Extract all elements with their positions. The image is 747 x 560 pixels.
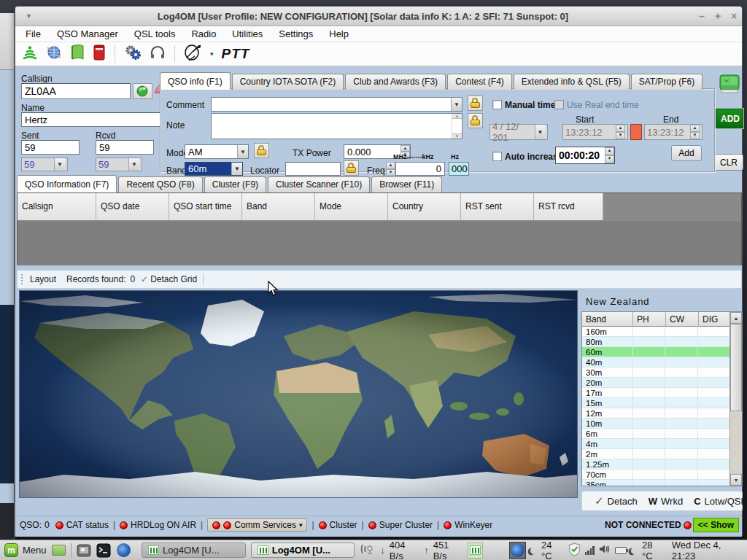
detach-check-icon[interactable]: ✓ [141,274,148,284]
freq-spinner[interactable]: ▲▼ [386,162,395,176]
chevron-down-icon[interactable]: ▼ [451,98,462,111]
chevron-down-icon[interactable]: ▼ [128,158,139,171]
time-sync-button[interactable] [630,124,642,140]
band-col-dig[interactable]: DIG [699,312,731,327]
show-button[interactable]: << Show [693,518,739,532]
auto-increase-time-input[interactable]: 00:00:20 ▲▼ [555,147,615,164]
tab-info-3[interactable]: Cluster (F9) [204,176,266,192]
drag-grip-icon[interactable] [20,273,24,286]
callsign-lookup-button[interactable] [133,83,152,99]
status-cat-status[interactable]: CAT status [55,520,109,530]
comment-lock-icon[interactable] [468,96,483,111]
ptt-dropdown-caret-icon[interactable]: ▾ [210,50,214,58]
add-small-button[interactable]: Add [671,145,702,161]
scroll-down-icon[interactable]: ▼ [452,133,462,139]
network-monitor-icon[interactable] [360,543,376,557]
tab-qso-3[interactable]: Club and Awards (F3) [345,74,446,90]
layout-button[interactable]: Layout [30,274,56,284]
menu-button[interactable]: m Menu [4,543,47,557]
grid-column-rst-sent[interactable]: RST sent [461,193,534,221]
battery-icon[interactable] [615,547,627,554]
qso-grid-body[interactable] [18,221,741,265]
rst-rcvd-select[interactable]: 59▼ [96,158,142,171]
terminal-icon[interactable] [96,542,111,558]
tab-qso-4[interactable]: Contest (F4) [447,74,512,90]
clock[interactable]: Wed Dec 4, 21:23 [672,540,743,560]
end-time-input[interactable]: 13:23:12▲▼ [644,124,703,140]
close-button[interactable]: × [726,10,742,22]
mode-select[interactable]: AM ▼ [185,144,249,159]
antenna-signal-icon[interactable] [21,44,39,64]
settings-gears-icon[interactable] [123,44,142,64]
menu-item-radio[interactable]: Radio [191,28,216,39]
tab-qso-5[interactable]: Extended info & QSL (F5) [514,74,630,90]
status-comm-services[interactable]: Comm Services▾ [207,518,307,532]
cluster-globe-icon[interactable] [45,44,63,64]
auto-increase-spinner[interactable]: ▲▼ [605,147,614,163]
scroll-up-icon[interactable]: ▲ [452,114,462,119]
signal-bars-icon[interactable] [585,546,595,555]
logbook-icon[interactable] [69,44,85,64]
grid-column-band[interactable]: Band [242,193,315,221]
note-scrollbar[interactable]: ▲ ▼ [452,114,462,139]
chevron-down-icon[interactable]: ▾ [299,521,303,529]
minimize-button[interactable]: – [694,10,710,22]
tab-qso-1[interactable]: QSO info (F1) [160,72,231,90]
menu-item-qsl-tools[interactable]: QSL tools [134,28,176,39]
start-time-input[interactable]: 13:23:12▲▼ [562,124,628,140]
grid-column-qso-date[interactable]: QSO date [96,193,169,221]
maximize-button[interactable]: + [710,10,726,22]
grid-column-callsign[interactable]: Callsign [18,193,96,221]
log4om-tray-icon[interactable] [468,542,483,559]
name-input[interactable] [21,112,167,127]
window-shade-icon[interactable]: ▼ [26,12,32,20]
mode-lock-icon[interactable] [254,143,269,158]
auto-increase-checkbox[interactable] [492,152,502,161]
mailbox-icon[interactable] [92,44,107,64]
clear-button[interactable]: CLR [714,154,743,171]
firefox-icon[interactable] [116,542,131,558]
qso-grid[interactable]: CallsignQSO dateQSO start timeBandModeCo… [17,192,742,265]
menu-item-utilities[interactable]: Utilities [232,28,263,39]
scrollbar-thumb[interactable] [730,324,742,411]
menu-item-qso-manager[interactable]: QSO Manager [57,28,118,39]
chevron-down-icon[interactable]: ▼ [237,145,248,158]
status-super-cluster[interactable]: Super Cluster [368,520,433,530]
freq-input[interactable]: 0 [395,162,445,176]
menu-item-help[interactable]: Help [329,28,349,39]
use-real-end-time-checkbox[interactable] [554,100,564,109]
note-lock-icon[interactable] [468,113,483,128]
manual-time-checkbox[interactable] [492,100,502,109]
scroll-down-icon[interactable]: ▼ [730,474,742,486]
satellite-dish-icon[interactable] [183,43,204,65]
chevron-down-icon[interactable]: ▼ [231,163,242,175]
grid-column-mode[interactable]: Mode [315,193,388,221]
status-winkeyer[interactable]: WinKeyer [444,520,492,530]
status-hrdlog-on-air[interactable]: HRDLog ON AIR [120,520,196,530]
hz-input[interactable]: 000 [449,162,469,176]
chevron-down-icon[interactable]: ▼ [535,125,545,139]
firefox-tray-icon[interactable] [509,542,526,559]
band-col-band[interactable]: Band [582,312,633,327]
rst-rcvd-input[interactable] [96,140,154,155]
taskbar-window-log4om-2[interactable]: Log4OM [U... [251,542,355,558]
shield-icon[interactable] [568,542,581,559]
tab-qso-6[interactable]: SAT/Prop (F6) [631,74,703,90]
save-disk-icon[interactable] [719,74,740,97]
titlebar[interactable]: ▼ Log4OM [User Profile: NEW CONFIGURATIO… [15,7,742,26]
screen-settings-icon[interactable] [77,542,91,558]
grid-column-rst-rcvd[interactable]: RST rcvd [534,193,603,221]
band-select[interactable]: 60m ▼ [185,162,243,176]
band-col-cw[interactable]: CW [666,312,699,327]
grid-column-country[interactable]: Country [388,193,461,221]
locator-lock-icon[interactable] [344,160,359,176]
tab-info-2[interactable]: Recent QSO (F8) [118,176,202,192]
callsign-input[interactable] [21,83,131,99]
tab-info-4[interactable]: Cluster Scanner (F10) [268,176,370,192]
headphones-icon[interactable] [149,44,166,64]
note-textarea[interactable]: ▲ ▼ [211,113,462,139]
tab-info-1[interactable]: QSO Information (F7) [17,175,117,192]
show-desktop-icon[interactable] [52,545,66,556]
taskbar-window-log4om-1[interactable]: Log4OM [U... [142,542,246,558]
volume-icon[interactable] [599,544,611,556]
